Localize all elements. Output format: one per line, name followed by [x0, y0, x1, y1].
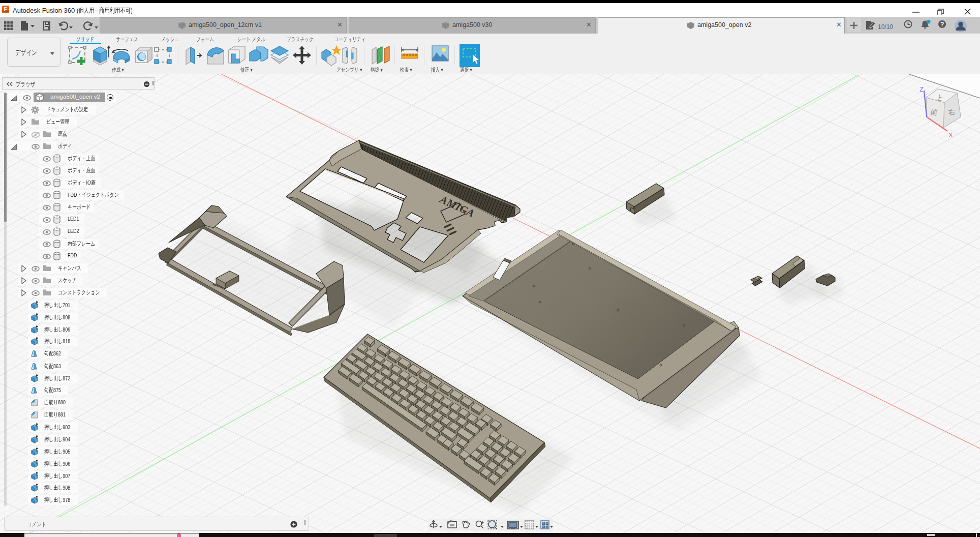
svg-text:?: ?: [940, 21, 944, 28]
svg-text:Z: Z: [920, 85, 924, 93]
svg-text:上: 上: [935, 93, 943, 102]
svg-text:X: X: [948, 131, 953, 139]
svg-text:右: 右: [948, 108, 956, 116]
svg-text:前: 前: [930, 108, 938, 116]
svg-text:F: F: [4, 7, 7, 12]
